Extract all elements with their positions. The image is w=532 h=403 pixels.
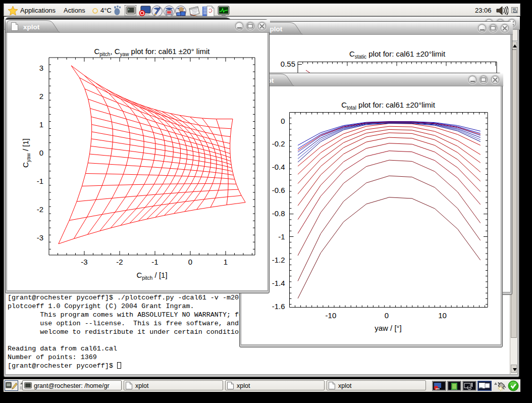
svg-text:-3: -3 — [37, 233, 43, 242]
svg-text:0: 0 — [188, 258, 192, 266]
svg-text:-1: -1 — [37, 177, 43, 185]
svg-text:0.55: 0.55 — [281, 60, 295, 68]
svg-text:1: 1 — [39, 120, 43, 129]
svg-text:yaw / [°]: yaw / [°] — [375, 324, 402, 332]
svg-text:Cstatic plot for: cal61 ±20°li: Cstatic plot for: cal61 ±20°limit — [349, 49, 446, 60]
svg-text:0: 0 — [281, 117, 285, 125]
svg-text:-3: -3 — [81, 258, 87, 266]
svg-text:-1.4: -1.4 — [272, 279, 285, 287]
svg-text:1: 1 — [224, 258, 228, 266]
svg-text:10: 10 — [438, 311, 447, 320]
svg-text:-1.2: -1.2 — [272, 256, 285, 264]
svg-text:Cyaw / [1]: Cyaw / [1] — [21, 138, 31, 168]
svg-text:-0.4: -0.4 — [272, 163, 285, 171]
svg-text:-2: -2 — [116, 258, 123, 266]
svg-text:0: 0 — [39, 148, 43, 157]
svg-text:-1.6: -1.6 — [272, 302, 285, 311]
svg-text:-2: -2 — [37, 205, 43, 214]
svg-text:0: 0 — [385, 311, 389, 320]
svg-text:-0.6: -0.6 — [272, 186, 285, 194]
svg-text:-1: -1 — [278, 232, 285, 241]
svg-text:-0.8: -0.8 — [272, 209, 285, 218]
svg-text:-1: -1 — [151, 258, 158, 266]
svg-text:xplot: xplot — [23, 23, 40, 31]
svg-text:Cpitch, Cyaw plot for: cal61 ±: Cpitch, Cyaw plot for: cal61 ±20° limit — [94, 47, 210, 57]
svg-text:2: 2 — [39, 92, 43, 100]
svg-text:-10: -10 — [326, 311, 337, 320]
svg-text:Cpitch / [1]: Cpitch / [1] — [136, 271, 167, 281]
svg-text:-0.2: -0.2 — [272, 139, 285, 148]
svg-text:3: 3 — [39, 64, 43, 72]
svg-text:Ctotal plot for: cal61 ±20°lim: Ctotal plot for: cal61 ±20°limit — [341, 100, 436, 111]
